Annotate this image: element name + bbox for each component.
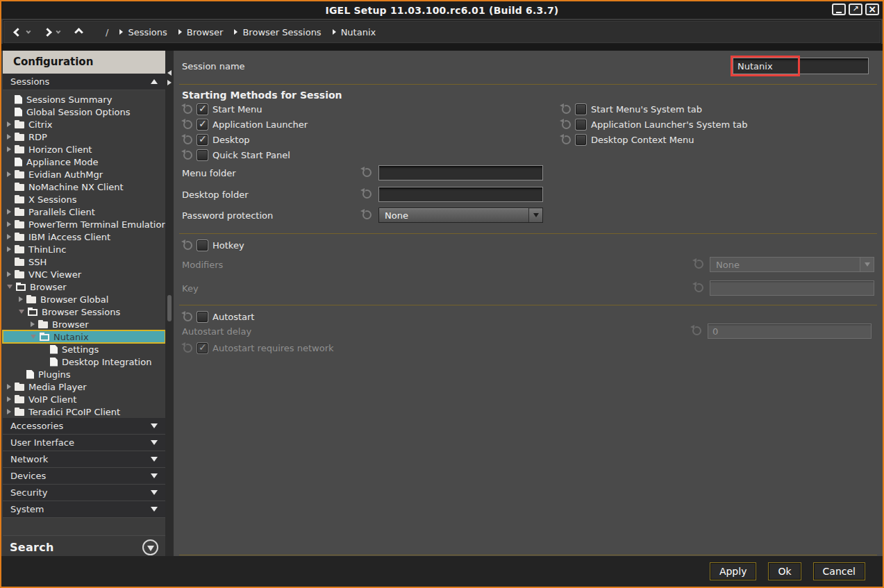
tree-item-vnc-viewer[interactable]: VNC Viewer	[3, 268, 165, 280]
tree-item-browser-global[interactable]: Browser Global	[3, 293, 165, 305]
dropdown-arrow-button[interactable]	[528, 208, 542, 222]
tree-item-ibm-iaccess-client[interactable]: IBM iAccess Client	[3, 230, 165, 243]
tree-item-browser[interactable]: Browser	[3, 280, 165, 293]
search-expand-button[interactable]	[142, 539, 158, 555]
section-header-devices[interactable]: Devices	[3, 468, 165, 485]
expand-right-icon[interactable]	[7, 409, 11, 414]
tree-item-parallels-client[interactable]: Parallels Client	[3, 205, 165, 218]
reset-to-default-icon[interactable]	[183, 105, 192, 114]
breadcrumb-item-browser-sessions[interactable]: Browser Sessions	[234, 27, 321, 37]
forward-button[interactable]	[44, 29, 59, 35]
quick-start-panel-checkbox[interactable]	[197, 150, 208, 160]
back-button[interactable]	[15, 29, 29, 35]
expand-right-icon[interactable]	[19, 296, 23, 302]
tree-item-citrix[interactable]: Citrix	[3, 118, 165, 131]
up-button[interactable]	[76, 29, 82, 35]
application-launcher-checkbox[interactable]	[197, 119, 208, 130]
expand-down-icon[interactable]	[19, 310, 24, 314]
tree-item-global-session-options[interactable]: Global Session Options	[3, 106, 165, 118]
reset-to-default-icon[interactable]	[183, 241, 192, 250]
reset-to-default-icon[interactable]	[362, 210, 372, 219]
tree-item-plugins[interactable]: Plugins	[3, 368, 165, 380]
expand-right-icon[interactable]	[7, 209, 11, 215]
tree-item-media-player[interactable]: Media Player	[3, 380, 165, 393]
tree-item-nutanix[interactable]: Nutanix	[3, 330, 165, 343]
breadcrumb-item-browser[interactable]: Browser	[178, 27, 224, 37]
expand-right-icon[interactable]	[7, 234, 11, 240]
splitter-handle[interactable]	[166, 70, 173, 85]
breadcrumb-item-sessions[interactable]: Sessions	[119, 27, 167, 37]
maximize-button[interactable]: ↗	[849, 3, 862, 15]
tree-item-ssh[interactable]: SSH	[3, 255, 165, 268]
expand-right-icon[interactable]	[7, 221, 11, 227]
tree-item-thinlinc[interactable]: ThinLinc	[3, 243, 165, 255]
apply-button[interactable]: Apply	[710, 562, 757, 580]
expand-right-icon[interactable]	[7, 121, 11, 127]
desktop-folder-input[interactable]	[378, 187, 543, 202]
expand-right-icon[interactable]	[7, 384, 11, 389]
tree-item-sessions-summary[interactable]: Sessions Summary	[3, 93, 165, 106]
section-header-accessories[interactable]: Accessories	[3, 418, 165, 435]
tree-item-settings[interactable]: Settings	[3, 343, 165, 355]
scrollbar-thumb[interactable]	[167, 295, 172, 321]
expand-right-icon[interactable]	[7, 171, 11, 177]
expand-right-icon[interactable]	[31, 321, 35, 327]
expand-right-icon[interactable]	[7, 246, 11, 252]
tree-item-evidian-authmgr[interactable]: Evidian AuthMgr	[3, 168, 165, 180]
tree-item-horizon-client[interactable]: Horizon Client	[3, 143, 165, 156]
reset-to-default-icon[interactable]	[183, 151, 192, 160]
section-header-user-interface[interactable]: User Interface	[3, 435, 165, 451]
tree-scrollbar[interactable]	[165, 51, 174, 559]
reset-to-default-icon[interactable]	[562, 105, 571, 114]
breadcrumb-item-nutanix[interactable]: Nutanix	[333, 27, 376, 37]
reset-to-default-icon[interactable]	[362, 190, 372, 199]
session-name-input[interactable]	[733, 58, 869, 74]
reset-to-default-icon[interactable]	[362, 168, 372, 177]
modifiers-dropdown: None	[710, 257, 874, 272]
tree-item-browser-sessions[interactable]: Browser Sessions	[3, 305, 165, 318]
section-header-network[interactable]: Network	[3, 451, 165, 468]
reset-to-default-icon[interactable]	[183, 135, 192, 144]
hotkey-checkbox[interactable]	[197, 240, 208, 251]
section-header-security[interactable]: Security	[3, 485, 165, 501]
section-header-sessions[interactable]: Sessions	[3, 74, 165, 90]
desktop-checkbox[interactable]	[197, 135, 208, 145]
menu-folder-input[interactable]	[378, 165, 543, 180]
back-history-caret-icon[interactable]	[26, 28, 31, 33]
tree-item-rdp[interactable]: RDP	[3, 131, 165, 143]
cancel-button[interactable]: Cancel	[813, 562, 865, 580]
autostart-checkbox[interactable]	[197, 312, 208, 322]
password-protection-label: Password protection	[182, 210, 273, 221]
expand-right-icon[interactable]	[7, 271, 11, 277]
tree-item-browser[interactable]: Browser	[3, 318, 165, 330]
tree-item-teradici-pcoip-client[interactable]: Teradici PCoIP Client	[3, 405, 165, 418]
desktop-context-menu-checkbox[interactable]	[576, 135, 586, 145]
application-launcher-s-system-tab-checkbox[interactable]	[576, 119, 586, 130]
tree-item-x-sessions[interactable]: X Sessions	[3, 193, 165, 205]
tree-item-powerterm-terminal-emulation[interactable]: PowerTerm Terminal Emulation	[3, 218, 165, 230]
reset-to-default-icon[interactable]	[562, 135, 571, 144]
search-header[interactable]: Search	[3, 535, 165, 559]
expand-down-icon[interactable]	[31, 335, 36, 339]
expand-arrow-icon	[151, 507, 158, 512]
start-menu-checkbox[interactable]	[197, 104, 208, 115]
configuration-sidebar: Configuration Sessions Sessions SummaryG…	[3, 51, 165, 559]
tree-item-appliance-mode[interactable]: Appliance Mode	[3, 156, 165, 168]
expand-right-icon[interactable]	[7, 146, 11, 152]
start-menu-s-system-tab-checkbox[interactable]	[576, 104, 586, 115]
expand-down-icon[interactable]	[7, 285, 12, 289]
tree-item-nomachine-nx-client[interactable]: NoMachine NX Client	[3, 180, 165, 193]
expand-right-icon[interactable]	[7, 134, 11, 140]
ok-button[interactable]: Ok	[768, 562, 801, 580]
close-button[interactable]: ×	[865, 3, 879, 15]
section-header-system[interactable]: System	[3, 501, 165, 518]
reset-to-default-icon[interactable]	[183, 120, 192, 129]
reset-to-default-icon[interactable]	[562, 120, 571, 129]
minimize-button[interactable]	[832, 3, 846, 15]
reset-to-default-icon[interactable]	[183, 312, 192, 321]
tree-item-desktop-integration[interactable]: Desktop Integration	[3, 355, 165, 368]
expand-right-icon[interactable]	[7, 396, 11, 402]
forward-history-caret-icon[interactable]	[56, 28, 60, 33]
password-protection-dropdown[interactable]: None	[378, 208, 543, 223]
tree-item-voip-client[interactable]: VoIP Client	[3, 393, 165, 405]
